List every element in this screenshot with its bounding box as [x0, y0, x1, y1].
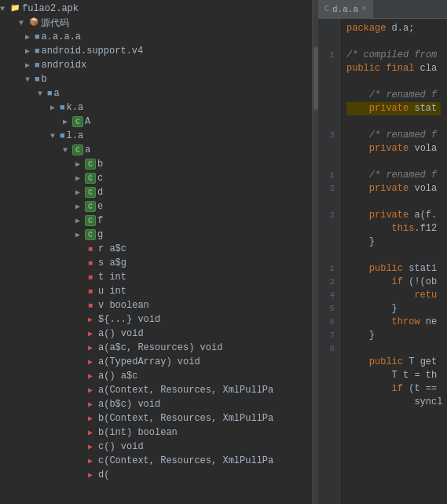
tree-label-androidx: androidx	[42, 60, 87, 71]
line-num	[321, 22, 335, 35]
tree-label-ka: k.a	[67, 102, 84, 113]
left-scrollbar[interactable]	[312, 0, 318, 504]
code-line-comment: /* renamed f	[346, 89, 441, 102]
line-num: 6	[321, 316, 335, 329]
code-content: package d.a; /* compiled from public fin…	[340, 19, 447, 504]
tree-item-field-v[interactable]: ▶ ■ v boolean	[0, 298, 317, 312]
package-icon-b: ■	[35, 75, 40, 84]
code-tab-daa[interactable]: C d.a.a ×	[318, 0, 373, 19]
code-line-highlight: private stat	[346, 102, 441, 115]
tree-item-la-a-b[interactable]: ▶ C b	[0, 157, 317, 171]
tree-item-method-init[interactable]: ▶ ▶ ${...} void	[0, 312, 317, 327]
method-icon-d: ▶	[85, 470, 96, 480]
code-line: }	[346, 302, 441, 316]
left-scrollbar-thumb[interactable]	[313, 47, 318, 110]
tree-item-method-c2[interactable]: ▶ ▶ c(Context, Resources, XmlPullPa	[0, 454, 317, 468]
tree-label-la-a-b: b	[97, 159, 103, 170]
line-num: 1	[321, 49, 335, 62]
tree-item-ka-A[interactable]: ▶ C A	[0, 115, 317, 129]
tree-item-apk[interactable]: ▼ 📁 fulao2.apk	[0, 2, 317, 16]
tree-label-la-a-d: d	[97, 187, 103, 198]
tree-item-method-a2[interactable]: ▶ ▶ a(a$c, Resources) void	[0, 341, 317, 355]
tree-item-la-a-d[interactable]: ▶ C d	[0, 185, 317, 199]
tree-item-method-c1[interactable]: ▶ ▶ c() void	[0, 440, 317, 454]
tree-label-method-a5: a(Context, Resources, XmlPullPa	[98, 385, 273, 396]
tree-item-method-d[interactable]: ▶ ▶ d(	[0, 468, 317, 482]
code-line: package d.a;	[346, 22, 441, 35]
line-num: 8	[321, 342, 335, 356]
tree-label-field-t: t int	[98, 272, 126, 283]
package-icon-android-support: ■	[35, 46, 40, 56]
code-line: retu	[346, 289, 441, 302]
tree-item-source[interactable]: ▼ 📦 源代码	[0, 16, 317, 30]
line-numbers: 1 3 1 2 2 1 2 4 5 6 7 8	[318, 19, 340, 504]
tree-item-la-a-c[interactable]: ▶ C c	[0, 171, 317, 185]
tree-label-source: 源代码	[41, 16, 69, 30]
tree-item-androidx[interactable]: ▶ ■ androidx	[0, 58, 317, 72]
tree-item-b[interactable]: ▼ ■ b	[0, 72, 317, 86]
tree-item-b-a[interactable]: ▼ ■ a	[0, 86, 317, 100]
tree-item-method-a3[interactable]: ▶ ▶ a(TypedArray) void	[0, 355, 317, 369]
package-icon-b-a: ■	[47, 89, 53, 98]
tree-item-la-a-e[interactable]: ▶ C e	[0, 199, 317, 214]
tree-item-method-a1[interactable]: ▶ ▶ a() void	[0, 327, 317, 341]
line-num: 1	[321, 169, 335, 182]
tree-label-apk: fulao2.apk	[22, 3, 79, 14]
tree-item-ka[interactable]: ▶ ■ k.a	[0, 100, 317, 115]
tree-label-la-a-c: c	[97, 173, 103, 184]
tree-item-la-a-g[interactable]: ▶ C g	[0, 228, 317, 242]
tree-label-aaaa: a.a.a.a	[42, 31, 81, 42]
method-icon-init: ▶	[85, 315, 96, 324]
tree-label-field-s: s a$g	[98, 257, 126, 268]
tree-item-field-s[interactable]: ▶ ■ s a$g	[0, 256, 317, 270]
close-tab-button[interactable]: ×	[361, 5, 366, 13]
class-icon-f: C	[85, 215, 96, 226]
tree-label-ka-A: A	[85, 116, 90, 127]
tree-item-field-t[interactable]: ▶ ■ t int	[0, 270, 317, 284]
tree-item-method-a4[interactable]: ▶ ▶ a() a$c	[0, 369, 317, 383]
tree-label-method-a4: a() a$c	[98, 371, 137, 382]
line-num: 5	[321, 302, 335, 316]
field-icon-r: ■	[85, 245, 96, 254]
tree-item-android-support[interactable]: ▶ ■ android.support.v4	[0, 44, 317, 58]
code-line: public stati	[346, 262, 441, 276]
package-icon-la: ■	[60, 131, 65, 141]
code-area: 1 3 1 2 2 1 2 4 5 6 7 8 packag	[318, 19, 447, 504]
field-icon-v: ■	[85, 301, 96, 310]
package-icon-aaaa: ■	[35, 32, 40, 42]
tree-item-la-a[interactable]: ▼ C a	[0, 143, 317, 157]
tree-item-method-a5[interactable]: ▶ ▶ a(Context, Resources, XmlPullPa	[0, 383, 317, 397]
tree-item-la-a-f[interactable]: ▶ C f	[0, 214, 317, 228]
line-num	[321, 236, 335, 249]
tree-item-aaaa[interactable]: ▶ ■ a.a.a.a	[0, 30, 317, 44]
tree-item-la[interactable]: ▼ ■ l.a	[0, 129, 317, 143]
tree-item-method-b2[interactable]: ▶ ▶ b(int) boolean	[0, 425, 317, 440]
tree-label-method-a1: a() void	[98, 328, 144, 339]
tree-label-method-b2: b(int) boolean	[98, 427, 178, 438]
class-tab-icon: C	[324, 5, 329, 13]
file-tree[interactable]: ▼ 📁 fulao2.apk ▼ 📦 源代码 ▶ ■ a.a.a.a ▶ ■ a…	[0, 0, 317, 504]
class-icon-ka-A: C	[72, 116, 83, 127]
tree-label-b: b	[42, 74, 47, 85]
tree-item-field-r[interactable]: ▶ ■ r a$c	[0, 242, 317, 256]
package-icon-source: 📦	[28, 17, 39, 28]
code-line: if (t ==	[346, 382, 441, 396]
method-icon-a6: ▶	[85, 400, 96, 409]
tree-item-field-u[interactable]: ▶ ■ u int	[0, 284, 317, 298]
method-icon-a5: ▶	[85, 385, 96, 395]
code-line: this.f12	[346, 222, 441, 236]
line-num: 2	[321, 182, 335, 195]
code-line-comment: /* renamed f	[346, 169, 441, 182]
tree-label-la-a-e: e	[97, 201, 103, 212]
code-line: syncl	[346, 396, 441, 409]
line-num	[321, 142, 335, 155]
method-icon-a1: ▶	[85, 329, 96, 338]
tree-item-method-a6[interactable]: ▶ ▶ a(b$c) void	[0, 397, 317, 411]
tree-label-la-a: a	[85, 144, 90, 155]
code-panel: C d.a.a × 1 3 1 2 2 1 2	[318, 0, 447, 504]
tree-item-method-b1[interactable]: ▶ ▶ b(Context, Resources, XmlPullPa	[0, 411, 317, 425]
file-tree-panel: ▼ 📁 fulao2.apk ▼ 📦 源代码 ▶ ■ a.a.a.a ▶ ■ a…	[0, 0, 318, 504]
method-icon-a3: ▶	[85, 357, 96, 367]
code-line: private vola	[346, 142, 441, 155]
code-line	[346, 342, 441, 356]
